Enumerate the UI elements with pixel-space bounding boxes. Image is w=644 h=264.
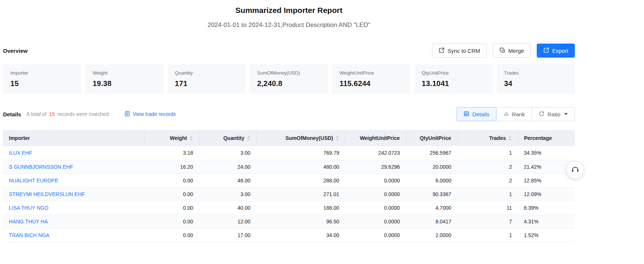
stat-label: SumOfMoney(USD) [257,70,320,76]
view-trade-records-link[interactable]: View trade records [124,111,176,118]
value-cell: 3.00 [199,146,256,160]
value-cell: 0.00 [144,187,199,201]
stat-label: QtyUnitPrice [422,70,485,76]
sort-icon[interactable] [508,136,512,141]
importer-cell: HANG THUY HA [3,215,144,228]
matched-suffix: records were matched [57,111,109,117]
export-button[interactable]: Export [537,44,575,58]
merge-button[interactable]: Merge [493,44,531,58]
ratio-icon [539,111,544,118]
column-header-percentage: Percentage [518,130,575,146]
stat-label: WeightUnitPrice [340,70,403,76]
value-cell: 1 [457,187,518,201]
value-cell: 48.00 [199,174,256,187]
importer-cell: S GUNNBJORNSSON EHF [3,160,144,174]
tab-details[interactable]: Details [456,107,496,121]
column-label: QtyUnitPrice [420,135,451,141]
column-label: Trades [489,135,506,141]
table-header: Importer Weight Quantity SumOfMoney(USD)… [3,130,575,146]
stat-label: Weight [92,70,156,76]
percentage-cell: 4.31% [518,215,575,228]
stat-card-weight-unit-price: WeightUnitPrice 115.6244 [332,64,410,94]
stat-label: Trades [504,70,567,76]
view-toggle: Details Rank Ratio [456,107,575,121]
sort-icon[interactable] [189,136,193,141]
stat-card-importer: Importer 15 [3,64,81,94]
table-row: LISA THUY NGO0.0040.00188.000.00004.7000… [3,201,575,215]
percentage-cell: 21.42% [518,160,575,174]
value-cell: 2 [457,160,518,174]
sync-icon [439,47,445,54]
stat-card-trades: Trades 34 [497,64,575,94]
percentage-cell: 12.85% [518,174,575,187]
tab-rank[interactable]: Rank [496,107,532,121]
value-cell: 24.00 [199,160,256,174]
importer-link[interactable]: HANG THUY HA [9,219,48,224]
value-cell: 242.0723 [345,146,406,160]
column-header-quantity[interactable]: Quantity [199,130,256,146]
table-row: TRAN BICH NGA0.0017.0034.000.00002.00001… [3,228,575,242]
overview-actions: Sync to CRM Merge Export [432,44,575,58]
sort-icon[interactable] [247,136,250,141]
column-header-weight[interactable]: Weight [144,130,199,146]
stat-value: 115.6244 [340,79,403,88]
table-row: S GUNNBJORNSSON EHF16.2024.00480.0029.62… [3,160,575,174]
value-cell: 2.0000 [406,228,457,242]
customer-service-button[interactable] [567,162,584,179]
sync-to-crm-button[interactable]: Sync to CRM [432,44,487,58]
value-cell: 288.00 [256,174,345,187]
value-cell: 90.3367 [406,187,457,201]
table-row: STREYMI HEILDVERSLUN EHF0.003.00271.010.… [3,187,575,201]
chevron-down-icon [564,113,568,115]
value-cell: 96.50 [256,215,345,228]
stat-value: 15 [10,79,74,88]
value-cell: 29.6296 [345,160,406,174]
sort-icon[interactable] [336,136,339,141]
importer-link[interactable]: ILUX EHF [9,150,32,156]
stat-label: Quantity [175,70,238,76]
overview-heading: Overview [3,48,28,54]
importer-cell: NUALIGHT EUROPE [3,174,144,187]
importer-table-body: ILUX EHF3.183.00769.79242.0723256.596713… [3,146,575,242]
importer-link[interactable]: STREYMI HEILDVERSLUN EHF [9,191,85,197]
overview-bar: Overview Sync to CRM Merge [3,44,575,58]
percentage-cell: 34.35% [518,146,575,160]
importer-cell: ILUX EHF [3,146,144,160]
importer-link[interactable]: NUALIGHT EUROPE [9,178,58,184]
stat-card-weight: Weight 19.38 [85,64,163,94]
value-cell: 34.00 [256,228,345,242]
page-subtitle: 2024-01-01 to 2024-12-31,Product Descrip… [3,21,575,29]
stat-value: 171 [175,79,238,88]
matched-prefix: A total of [26,111,46,117]
summarized-importer-report-page: Summarized Importer Report 2024-01-01 to… [0,0,644,264]
importer-link[interactable]: S GUNNBJORNSSON EHF [9,164,73,170]
column-label: Importer [9,135,30,141]
report-content: Summarized Importer Report 2024-01-01 to… [3,0,575,242]
value-cell: 11 [457,201,518,215]
column-label: SumOfMoney(USD) [285,135,333,141]
value-cell: 0.00 [144,174,199,187]
column-header-sum-of-money[interactable]: SumOfMoney(USD) [256,130,345,146]
value-cell: 256.5967 [406,146,457,160]
trade-records-icon [124,111,130,118]
stat-label: Importer [10,70,74,76]
value-cell: 3.18 [144,146,199,160]
column-header-trades[interactable]: Trades [457,130,518,146]
importer-cell: STREYMI HEILDVERSLUN EHF [3,187,144,201]
column-header-qty-unit-price: QtyUnitPrice [406,130,457,146]
details-summary: Details A total of 15 records were match… [3,111,176,118]
tab-ratio-label: Ratio [547,111,560,117]
value-cell: 4.7000 [406,201,457,215]
value-cell: 188.00 [256,201,345,215]
importer-link[interactable]: TRAN BICH NGA [9,232,50,238]
stat-value: 34 [504,79,567,88]
sync-to-crm-label: Sync to CRM [448,48,480,54]
value-cell: 769.79 [256,146,345,160]
table-row: HANG THUY HA0.0012.0096.500.00008.041774… [3,215,575,228]
stat-card-quantity: Quantity 171 [168,64,246,94]
tab-ratio[interactable]: Ratio [532,107,575,121]
stat-cards: Importer 15 Weight 19.38 Quantity 171 Su… [3,64,575,94]
table-row: ILUX EHF3.183.00769.79242.0723256.596713… [3,146,575,160]
merge-label: Merge [508,48,524,54]
importer-link[interactable]: LISA THUY NGO [9,205,48,211]
